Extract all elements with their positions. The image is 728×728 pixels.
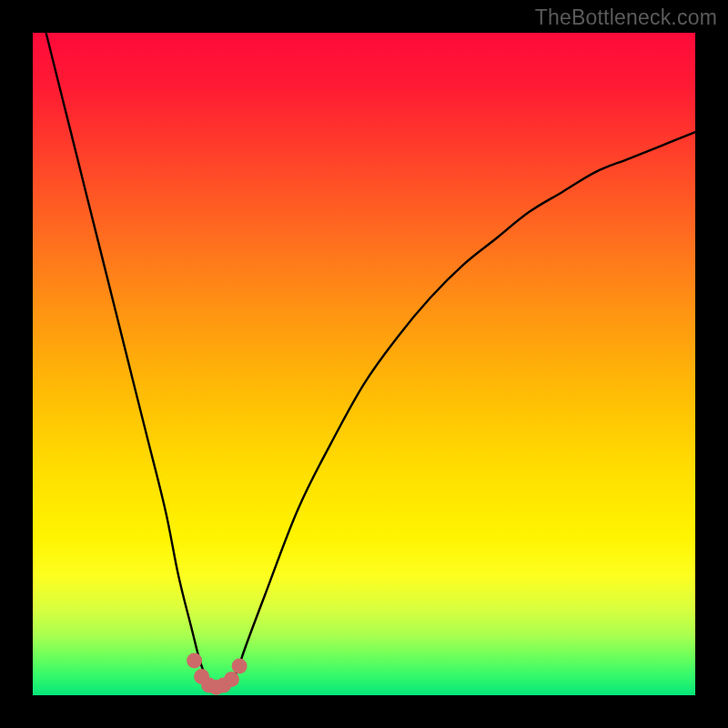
bottleneck-curve xyxy=(33,33,695,695)
valley-dot xyxy=(224,672,239,687)
valley-markers xyxy=(187,653,248,695)
valley-dot xyxy=(187,653,202,669)
valley-dot xyxy=(232,659,248,674)
chart-frame: TheBottleneck.com xyxy=(0,0,728,728)
plot-area xyxy=(33,33,695,695)
curve-path xyxy=(46,33,695,690)
watermark-text: TheBottleneck.com xyxy=(535,5,717,30)
